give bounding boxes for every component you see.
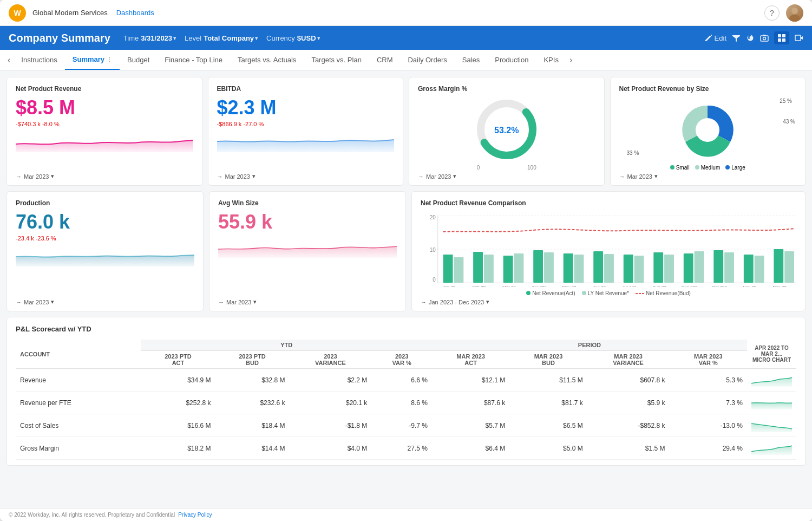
col-ytd-var: 2023VARIANCE <box>289 351 371 369</box>
table-row: Revenue per FTE $252.8 k $232.6 k $20.1 … <box>16 392 796 414</box>
card-footer-ebitda[interactable]: → Mar 2023 ▾ <box>217 173 395 180</box>
cell-ytd-bud: $32.8 M <box>215 369 289 392</box>
card-footer-revenue-by-size[interactable]: → Mar 2023 ▾ <box>619 173 797 180</box>
col-ytd-bud: 2023 PTDBUD <box>215 351 289 369</box>
cell-period-act: $87.6 k <box>432 392 509 414</box>
svg-rect-24 <box>514 253 524 283</box>
donut-center-value: 53.2% <box>494 126 519 135</box>
svg-rect-19 <box>443 255 453 283</box>
tab-targets-vs-plan[interactable]: Targets vs. Plan <box>304 50 369 70</box>
svg-rect-36 <box>695 251 704 283</box>
footer-chevron-icon: ▾ <box>654 173 658 180</box>
refresh-icon[interactable] <box>746 34 755 42</box>
card-production: Production 76.0 k -23.4 k -23.6 % <box>6 191 204 311</box>
kpi-delta-ebitda: -$866.9 k -27.0 % <box>217 121 395 127</box>
cell-period-var: $5.9 k <box>587 392 670 414</box>
svg-text:Sep 202..: Sep 202.. <box>682 285 700 287</box>
footer-chevron-icon: ▾ <box>252 173 256 180</box>
donut-chart: 53.2% <box>474 97 539 164</box>
svg-point-11 <box>696 118 719 142</box>
scorecard-title: P&L Scorecard w/ YTD <box>16 325 796 333</box>
col-ytd-act: 2023 PTDACT <box>141 351 215 369</box>
cell-ytd-var-pct: 8.6 % <box>371 392 432 414</box>
tab-daily-orders[interactable]: Daily Orders <box>400 50 454 70</box>
time-value[interactable]: 3/31/2023 ▾ <box>141 34 176 42</box>
tab-instructions[interactable]: Instructions <box>14 50 64 70</box>
currency-value[interactable]: $USD ▾ <box>297 34 320 42</box>
svg-text:Jul 202..: Jul 202.. <box>623 285 639 287</box>
tabs-next-arrow[interactable]: › <box>566 50 575 70</box>
video-icon[interactable] <box>795 34 803 42</box>
pie-legend: Small Medium Large <box>619 165 797 171</box>
card-title-avg-win-size: Avg Win Size <box>218 199 397 207</box>
cell-period-var-pct: 5.3 % <box>670 369 747 392</box>
card-title-ebitda: EBITDA <box>217 85 395 93</box>
kpi-value-production: 76.0 k <box>16 211 194 233</box>
help-icon[interactable]: ? <box>764 5 780 21</box>
cell-ytd-var-pct: 27.5 % <box>371 437 432 460</box>
card-footer-revenue-comparison[interactable]: → Jan 2023 - Dec 2023 ▾ <box>421 298 796 305</box>
pie-chart-area: 25 % 43 % 33 % <box>619 97 797 162</box>
page-title: Company Summary <box>9 32 110 44</box>
cell-period-bud: $81.7 k <box>509 392 587 414</box>
cell-micro-chart <box>747 414 796 437</box>
tab-crm[interactable]: CRM <box>369 50 401 70</box>
svg-rect-42 <box>784 251 794 283</box>
footer-arrow-icon: → <box>218 299 224 305</box>
card-title-revenue-by-size: Net Product Revenue by Size <box>619 85 797 93</box>
user-avatar[interactable] <box>786 4 803 22</box>
svg-text:20: 20 <box>430 214 436 220</box>
filter-icon[interactable] <box>732 34 741 42</box>
tab-kpis[interactable]: KPIs <box>536 50 566 70</box>
nav-company: Global Modern Services <box>32 9 108 17</box>
net-revenue-act-dot <box>526 291 531 295</box>
cell-period-act: $6.4 M <box>432 437 509 460</box>
cell-account: Cost of Sales <box>16 414 141 437</box>
svg-rect-25 <box>533 250 543 283</box>
svg-rect-34 <box>664 255 674 283</box>
kpi-row-2: Production 76.0 k -23.4 k -23.6 % <box>6 191 806 311</box>
footer-privacy-link[interactable]: Privacy Policy <box>178 512 212 518</box>
svg-rect-20 <box>454 257 463 283</box>
tab-budget[interactable]: Budget <box>120 50 157 70</box>
svg-text:10: 10 <box>430 247 436 253</box>
card-ebitda: EBITDA $2.3 M -$866.9 k -27.0 % <box>208 77 404 186</box>
kpi-value-avg-win-size: 55.9 k <box>218 211 397 233</box>
cell-period-var: $607.8 k <box>587 369 670 392</box>
level-value[interactable]: Total Company ▾ <box>204 34 258 42</box>
tab-finance-top-line[interactable]: Finance - Top Line <box>157 50 230 70</box>
cell-micro-chart <box>747 437 796 460</box>
card-avg-win-size: Avg Win Size 55.9 k <box>209 191 406 311</box>
currency-filter[interactable]: Currency $USD ▾ <box>266 34 319 42</box>
card-footer-net-product-revenue[interactable]: → Mar 2023 ▾ <box>16 173 193 180</box>
tab-targets-vs-actuals[interactable]: Targets vs. Actuals <box>230 50 304 70</box>
cell-period-act: $12.1 M <box>432 369 509 392</box>
svg-point-3 <box>763 37 766 40</box>
cell-account: Revenue <box>16 369 141 392</box>
level-filter[interactable]: Level Total Company ▾ <box>185 34 258 42</box>
time-filter[interactable]: Time 3/31/2023 ▾ <box>123 34 176 42</box>
card-footer-avg-win-size[interactable]: → Mar 2023 ▾ <box>218 298 397 305</box>
kpi-row-1: Net Product Revenue $8.5 M -$740.3 k -8.… <box>6 77 806 186</box>
svg-rect-27 <box>564 253 573 283</box>
tab-more-icon[interactable]: ⋮ <box>107 56 112 62</box>
cell-period-bud: $11.5 M <box>509 369 587 392</box>
card-title-production: Production <box>16 199 194 207</box>
camera-icon[interactable] <box>760 34 769 42</box>
tabs-prev-arrow[interactable]: ‹ <box>4 50 14 70</box>
col-period-act: MAR 2023ACT <box>432 351 509 369</box>
scorecard-table: ACCOUNT YTD PERIOD APR 2022 TO MAR 2...M… <box>16 340 796 460</box>
card-footer-gross-margin[interactable]: → Mar 2023 ▾ <box>418 173 595 180</box>
level-chevron-icon: ▾ <box>255 35 258 41</box>
edit-button[interactable]: Edit <box>705 34 726 42</box>
tab-sales[interactable]: Sales <box>455 50 488 70</box>
card-footer-production[interactable]: → Mar 2023 ▾ <box>16 298 194 305</box>
nav-dashboards[interactable]: Dashboards <box>116 9 154 17</box>
tabs-bar: ‹ Instructions Summary ⋮ Budget Finance … <box>0 50 812 70</box>
grid-icon[interactable] <box>774 31 789 44</box>
tab-production[interactable]: Production <box>487 50 536 70</box>
tab-summary[interactable]: Summary ⋮ <box>65 50 120 70</box>
svg-rect-40 <box>755 256 764 283</box>
header-actions: Edit <box>705 31 803 44</box>
card-revenue-by-size: Net Product Revenue by Size 25 % 43 % 33… <box>610 77 806 186</box>
